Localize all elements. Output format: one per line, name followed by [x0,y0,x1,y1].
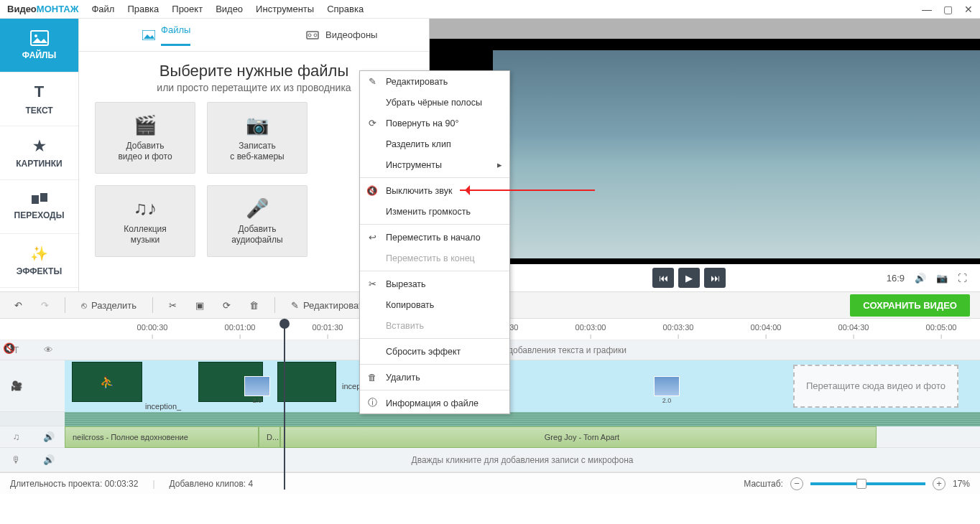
music-clip-2[interactable]: D... [259,426,280,448]
audio-waveform[interactable] [65,412,980,426]
zoom-out-button[interactable]: − [790,477,803,490]
prev-button[interactable]: ⏮ [652,268,674,288]
clip-2b[interactable] [277,362,336,402]
dur-label: Длительность проекта: [10,479,102,489]
tile-music-lib[interactable]: ♫♪ Коллекциямузыки [95,185,195,257]
drop-hint[interactable]: Перетащите сюда видео и фото [793,365,958,408]
nav-files-label: ФАЙЛЫ [22,50,56,60]
menu-help[interactable]: Справка [327,4,364,14]
ctx-переместить-в-начало[interactable]: ↩Переместить в начало [360,227,509,248]
menu-edit[interactable]: Правка [127,4,159,14]
zoom-slider[interactable] [810,482,925,485]
clip-1[interactable]: ⛹ [72,362,142,402]
music-volume-icon[interactable]: 🔊 [32,431,65,442]
ctx-icon: ↩ [366,232,379,243]
tab-files[interactable]: Файлы [79,19,254,51]
music-clip-3[interactable]: Greg Joy - Torn Apart [280,426,877,448]
ctx-separator [360,338,509,339]
preview-video[interactable] [493,39,980,270]
ctx-separator [360,224,509,225]
volume-icon[interactable]: 🔊 [915,273,926,284]
nav-text-label: ТЕКСТ [25,106,52,116]
close-icon[interactable]: ✕ [964,4,973,15]
microphone-icon: 🎤 [246,197,269,220]
ctx-separator [360,390,509,390]
menu-tools[interactable]: Инструменты [256,4,314,14]
rotate-button[interactable]: ⟳ [218,297,235,314]
thumb-1[interactable]: 2.0 [244,376,270,396]
delete-button[interactable]: 🗑 [245,297,263,314]
menu-project[interactable]: Проект [172,4,203,14]
ctx-вставить: Вставить [360,315,509,336]
annotation-arrow [460,185,604,195]
aspect-label[interactable]: 16:9 [887,273,905,284]
ruler-tick: 00:04:30 [838,323,869,332]
music-notes-icon: ♫♪ [134,197,157,220]
cut-button[interactable]: ✂ [165,297,181,314]
photo-icon [142,30,155,40]
ruler-tick: 00:00:30 [137,323,168,332]
crop-button[interactable]: ▣ [191,297,208,314]
menu-video[interactable]: Видео [216,4,243,14]
track-audio-clip[interactable]: 🔇 [0,412,980,426]
minimize-icon[interactable]: — [922,4,932,15]
ctx-убрать-ч-рные-полосы[interactable]: Убрать чёрные полосы [360,92,509,113]
tab-backgrounds[interactable]: Видеофоны [254,19,430,51]
music-track-body[interactable]: neilcross - Полное вдохновение D... Greg… [65,426,980,448]
ruler-tick: 00:01:00 [225,323,256,332]
ctx-копировать[interactable]: Копировать [360,294,509,315]
nav-pictures[interactable]: ★ КАРТИНКИ [0,126,78,180]
left-nav: ФАЙЛЫ T ТЕКСТ ★ КАРТИНКИ ПЕРЕХОДЫ ✨ ЭФФЕ… [0,19,79,291]
visibility-icon[interactable]: 👁 [32,345,65,355]
video-track-icon: 🎥 [0,380,32,391]
ruler-tick: 00:05:00 [926,323,957,332]
zoom-in-button[interactable]: + [933,477,946,490]
svg-rect-3 [40,193,47,202]
menu-file[interactable]: Файл [91,4,114,14]
nav-transitions[interactable]: ПЕРЕХОДЫ [0,180,78,234]
ctx-редактировать[interactable]: ✎Редактировать [360,71,509,92]
ctx-separator [360,364,509,365]
edit-icon: ✎ [291,300,299,311]
track-mic[interactable]: 🎙 🔊 Дважды кликните для добавления запис… [0,448,980,472]
thumb-2[interactable]: 2.0 [654,376,680,396]
split-button[interactable]: ⎋Разделить [77,297,141,314]
snapshot-icon[interactable]: 📷 [936,273,948,284]
undo-button[interactable]: ↶ [10,297,27,314]
ctx-icon: 🔇 [366,185,379,196]
tile-add-video[interactable]: 🎬 Добавитьвидео и фото [95,102,195,174]
maximize-icon[interactable]: ▢ [943,4,953,15]
fullscreen-icon[interactable]: ⛶ [958,273,967,284]
muted-icon: 🔇 [3,342,15,354]
mic-volume-icon[interactable]: 🔊 [32,454,65,465]
ctx-вырезать[interactable]: ✂Вырезать [360,273,509,294]
ctx-инструменты[interactable]: Инструменты▸ [360,154,509,175]
film-icon [305,30,320,40]
text-track-body[interactable]: Дважды кликните для добавления текста и … [65,345,980,355]
nav-text[interactable]: T ТЕКСТ [0,72,78,126]
ctx-разделить-клип[interactable]: Разделить клип [360,134,509,154]
tile-add-audio[interactable]: 🎤 Добавитьаудиофайлы [207,185,308,257]
play-button[interactable]: ▶ [678,268,700,288]
ctx-удалить[interactable]: 🗑Удалить [360,367,509,388]
context-menu: ✎РедактироватьУбрать чёрные полосы⟳Повер… [359,70,510,414]
status-bar: Длительность проекта: 00:03:32 | Добавле… [0,472,980,494]
playhead[interactable] [284,319,285,490]
redo-button[interactable]: ↷ [37,297,53,314]
ctx-повернуть-на-90-[interactable]: ⟳Повернуть на 90° [360,113,509,134]
ctx-изменить-громкость[interactable]: Изменить громкость [360,201,509,222]
ctx-сбросить-эффект[interactable]: Сбросить эффект [360,341,509,362]
nav-transitions-label: ПЕРЕХОДЫ [14,210,65,220]
tile-webcam[interactable]: 📷 Записатьс веб-камеры [207,102,308,174]
next-button[interactable]: ⏭ [704,268,726,288]
nav-effects[interactable]: ✨ ЭФФЕКТЫ [0,234,78,288]
video-track-body[interactable]: ⛹ inception_ 2.0 inception_trailer.mp4 2… [65,360,980,412]
nav-files[interactable]: ФАЙЛЫ [0,19,78,72]
ctx-icon: ✎ [366,76,379,87]
nav-pictures-label: КАРТИНКИ [16,159,62,169]
mic-track-body[interactable]: Дважды кликните для добавления записи с … [65,455,980,465]
music-clip-1[interactable]: neilcross - Полное вдохновение [65,426,259,448]
ctx-информация-о-файле[interactable]: ⓘИнформация о файле [360,393,509,413]
save-video-button[interactable]: СОХРАНИТЬ ВИДЕО [850,294,970,317]
track-music[interactable]: ♫ 🔊 neilcross - Полное вдохновение D... … [0,426,980,448]
